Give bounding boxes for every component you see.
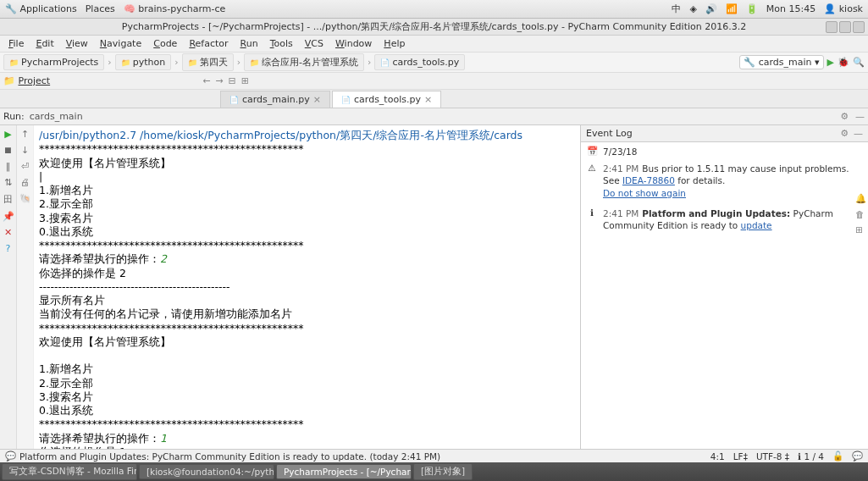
menu-tools[interactable]: Tools bbox=[265, 36, 298, 51]
run-button[interactable]: ▶ bbox=[827, 57, 834, 68]
editor-tab[interactable]: cards_main.py × bbox=[220, 91, 330, 108]
os-taskbar: 写文章-CSDN博客 - Mozilla Firef...[kiosk@foun… bbox=[0, 462, 868, 481]
console-line: 2.显示全部 bbox=[39, 377, 575, 390]
volume-icon[interactable]: 🔊 bbox=[705, 3, 717, 14]
clock[interactable]: Mon 15:45 bbox=[766, 3, 815, 14]
search-button[interactable]: 🔍 bbox=[853, 57, 865, 68]
breadcrumb-item[interactable]: 综合应用-名片管理系统 bbox=[244, 53, 364, 71]
close-icon[interactable]: × bbox=[424, 94, 432, 105]
menu-window[interactable]: Window bbox=[330, 36, 377, 51]
run-panel-header: Run: cards_main ⚙ — bbox=[0, 108, 868, 125]
menu-help[interactable]: Help bbox=[379, 36, 410, 51]
apps-menu[interactable]: 🔧 Applications bbox=[5, 3, 77, 14]
encoding[interactable]: UTF-8 ‡ bbox=[756, 451, 789, 462]
menu-edit[interactable]: Edit bbox=[30, 36, 58, 51]
menubar: FileEditViewNavigateCodeRefactorRunTools… bbox=[0, 36, 868, 53]
frames-icon[interactable]: ⇅ bbox=[4, 177, 12, 188]
event-message: 2:41 PMPlatform and Plugin Updates: PyCh… bbox=[603, 207, 863, 231]
user-menu[interactable]: 👤 kiosk bbox=[824, 3, 863, 14]
menu-navigate[interactable]: Navigate bbox=[95, 36, 147, 51]
window-close-button[interactable] bbox=[853, 21, 865, 33]
console-exec-path: /usr/bin/python2.7 /home/kiosk/PycharmPr… bbox=[39, 129, 575, 142]
line-sep[interactable]: LF‡ bbox=[733, 451, 748, 462]
down-icon[interactable]: ↓ bbox=[21, 145, 29, 156]
taskbar-button[interactable]: 写文章-CSDN博客 - Mozilla Firef... bbox=[2, 463, 137, 480]
match-count[interactable]: ℹ 1 / 4 bbox=[798, 451, 824, 462]
event-log-title[interactable]: Event Log bbox=[586, 128, 633, 139]
minimize-icon[interactable]: — bbox=[854, 128, 863, 139]
warning-icon: ⚠ bbox=[586, 163, 598, 199]
menu-run[interactable]: Run bbox=[235, 36, 263, 51]
rerun-icon[interactable]: ▶ bbox=[4, 129, 11, 140]
run-console[interactable]: /usr/bin/python2.7 /home/kiosk/PycharmPr… bbox=[34, 125, 580, 449]
close-icon[interactable]: × bbox=[313, 94, 321, 105]
trash-icon[interactable]: 🗑 bbox=[855, 209, 866, 219]
menu-refactor[interactable]: Refactor bbox=[184, 36, 233, 51]
wrap-icon[interactable]: ⏎ bbox=[21, 161, 29, 172]
dontshow-link[interactable]: Do not show again bbox=[603, 188, 686, 198]
clear-icon[interactable]: 🐚 bbox=[19, 193, 31, 204]
status-message[interactable]: Platform and Plugin Updates: PyCharm Com… bbox=[19, 451, 440, 462]
cursor-position[interactable]: 4:1 bbox=[710, 451, 725, 462]
layout-icon[interactable]: 田 bbox=[3, 193, 13, 206]
nav-sel-icon[interactable]: ⊞ bbox=[241, 75, 249, 86]
window-min-button[interactable] bbox=[826, 21, 838, 33]
gear-icon[interactable]: ⚙ bbox=[840, 111, 849, 122]
console-line: 1.新增名片 bbox=[39, 184, 575, 197]
menu-vcs[interactable]: VCS bbox=[300, 36, 329, 51]
print-icon[interactable]: 🖨 bbox=[20, 177, 30, 188]
run-config-selector[interactable]: 🔧 cards_main ▾ bbox=[739, 55, 823, 69]
battery-icon[interactable]: 🔋 bbox=[746, 3, 758, 14]
expand-icon[interactable]: ⊞ bbox=[855, 224, 866, 235]
help-icon[interactable]: ? bbox=[6, 243, 11, 254]
places-menu[interactable]: Places bbox=[86, 3, 115, 14]
stop-icon[interactable]: ⏹ bbox=[3, 145, 13, 156]
minimize-icon[interactable]: — bbox=[855, 111, 865, 122]
gear-icon[interactable]: ⚙ bbox=[840, 128, 849, 139]
nav-back-icon[interactable]: ← bbox=[202, 75, 210, 86]
console-line: ****************************************… bbox=[39, 142, 575, 156]
project-tab[interactable]: 📁 Project bbox=[3, 75, 50, 86]
debug-button[interactable]: 🐞 bbox=[838, 57, 849, 68]
close-x-icon[interactable]: ✕ bbox=[4, 227, 12, 238]
nav-up-icon[interactable]: ⊟ bbox=[229, 75, 236, 86]
console-line: 3.搜索名片 bbox=[39, 212, 575, 225]
update-link[interactable]: update bbox=[741, 220, 772, 230]
taskbar-button[interactable]: PycharmProjects - [~/PycharmP... bbox=[276, 464, 412, 479]
bell-icon[interactable]: 🔔 bbox=[855, 193, 866, 204]
window-title: PycharmProjects - [~/PycharmProjects] - … bbox=[122, 20, 746, 33]
wifi-icon[interactable]: 📶 bbox=[726, 3, 738, 14]
window-max-button[interactable] bbox=[839, 21, 851, 33]
console-line: 请选择希望执行的操作：2 bbox=[39, 252, 575, 266]
breadcrumb-item[interactable]: PycharmProjects bbox=[3, 54, 104, 70]
up-icon[interactable]: ↑ bbox=[21, 129, 29, 140]
run-side-toolbar: ▶ ⏹ ‖ ⇅ 田 📌 ✕ ? bbox=[0, 125, 17, 449]
breadcrumb-toolbar: PycharmProjectspython第四天综合应用-名片管理系统cards… bbox=[0, 53, 868, 73]
event-message: 2:41 PMBus prior to 1.5.11 may cause inp… bbox=[603, 163, 863, 199]
menu-file[interactable]: File bbox=[3, 36, 29, 51]
nav-fwd-icon[interactable]: → bbox=[215, 75, 223, 86]
pin-icon[interactable]: 📌 bbox=[3, 211, 14, 222]
taskbar-button[interactable]: [kiosk@foundation04:~/python... bbox=[139, 464, 274, 479]
main-body: ▶ ⏹ ‖ ⇅ 田 📌 ✕ ? ↑ ↓ ⏎ 🖨 🐚 /usr/bin/pytho… bbox=[0, 125, 868, 449]
breadcrumb-item[interactable]: python bbox=[115, 54, 171, 70]
breadcrumb-item[interactable]: 第四天 bbox=[182, 53, 234, 71]
console-line: 当前没有任何的名片记录，请使用新增功能添加名片 bbox=[39, 307, 575, 321]
app-launcher[interactable]: 🧠 brains-pycharm-ce bbox=[124, 3, 226, 14]
notif-icon[interactable]: 💬 bbox=[852, 451, 863, 462]
network-icon[interactable]: ◈ bbox=[689, 3, 696, 14]
menu-view[interactable]: View bbox=[61, 36, 93, 51]
event-date: 7/23/18 bbox=[603, 146, 863, 158]
status-icon: 💬 bbox=[5, 451, 16, 462]
breadcrumb-item[interactable]: cards_tools.py bbox=[374, 54, 465, 70]
issue-link[interactable]: IDEA-78860 bbox=[622, 175, 675, 185]
editor-tab[interactable]: cards_tools.py × bbox=[332, 91, 441, 108]
lock-icon[interactable]: 🔓 bbox=[832, 451, 843, 462]
run-panel-label[interactable]: Run: bbox=[3, 111, 25, 122]
pause-icon[interactable]: ‖ bbox=[6, 161, 11, 172]
taskbar-button[interactable]: [图片对象] bbox=[413, 463, 473, 480]
menu-code[interactable]: Code bbox=[148, 36, 182, 51]
console-line: 0.退出系统 bbox=[39, 404, 575, 417]
lang-icon[interactable]: 中 bbox=[672, 3, 681, 15]
console-line: 1.新增名片 bbox=[39, 362, 575, 376]
